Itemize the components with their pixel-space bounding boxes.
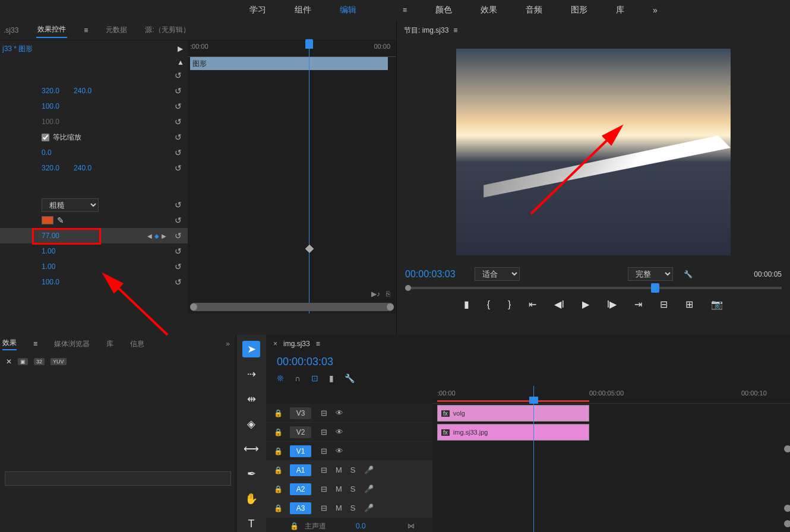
tab-metadata[interactable]: 元数据 [105, 23, 128, 37]
scrub-playhead[interactable] [651, 283, 659, 293]
toggle-output-icon[interactable]: ⊟ [321, 428, 327, 436]
preset-icon-32[interactable]: 32 [34, 358, 45, 365]
play-icon[interactable]: ▶ [582, 299, 589, 310]
tab-effects[interactable]: 效果 [481, 5, 497, 15]
toggle-visibility-icon[interactable]: 👁 [336, 446, 343, 455]
reset-icon[interactable]: ↺ [175, 277, 182, 287]
effects-dropzone[interactable] [5, 471, 231, 486]
toggle-output-icon[interactable]: ⊟ [321, 446, 327, 455]
lock-icon[interactable]: 🔒 [266, 428, 290, 436]
next-keyframe-icon[interactable]: ▶ [162, 233, 166, 239]
scale-value[interactable]: 100.0 [42, 102, 59, 110]
roughen-dropdown[interactable]: 粗糙 [42, 198, 99, 212]
mark-out-bracket-icon[interactable]: } [508, 299, 511, 310]
ripple-edit-tool[interactable]: ⇹ [242, 391, 260, 407]
marker-icon[interactable]: ▮ [329, 373, 334, 383]
track-a3-label[interactable]: A3 [290, 502, 311, 514]
tab-edit[interactable]: 编辑 [340, 5, 356, 15]
val-2[interactable]: 1.00 [42, 262, 55, 271]
program-menu-icon[interactable]: ≡ [453, 26, 457, 34]
anchor-y[interactable]: 240.0 [74, 164, 91, 172]
clear-search-icon[interactable]: ✕ [6, 357, 12, 366]
toggle-output-icon[interactable]: ⊟ [321, 504, 327, 512]
solo-icon[interactable]: S [350, 504, 356, 512]
lock-icon[interactable]: 🔒 [290, 522, 299, 530]
toggle-output-icon[interactable]: ⊟ [321, 466, 327, 474]
track-a1-label[interactable]: A1 [290, 464, 311, 476]
tab-color[interactable]: 颜色 [435, 5, 452, 15]
reset-icon[interactable]: ↺ [175, 231, 182, 240]
et-icon-2[interactable]: ⎘ [386, 290, 390, 298]
sequence-menu-icon[interactable]: ≡ [316, 340, 320, 348]
tab-effect-controls[interactable]: 效果控件 [36, 22, 67, 38]
eyedropper-icon[interactable]: ✎ [57, 216, 64, 225]
lock-icon[interactable]: 🔒 [266, 447, 290, 455]
quality-dropdown[interactable]: 完整 [628, 267, 673, 281]
settings-icon[interactable]: 🔧 [345, 373, 355, 383]
add-keyframe-icon[interactable]: ◆ [154, 233, 159, 239]
reset-icon[interactable]: ↺ [175, 102, 182, 111]
reset-icon[interactable]: ↺ [175, 216, 182, 225]
preset-icon-yuv[interactable]: YUV [50, 358, 67, 365]
mic-icon[interactable]: 🎤 [364, 484, 374, 493]
toggle-output-icon[interactable]: ⊟ [321, 408, 327, 417]
keyframe-marker[interactable] [305, 245, 314, 253]
toggle-output-icon[interactable]: ⊟ [321, 484, 327, 493]
hand-tool[interactable]: ✋ [242, 490, 260, 507]
color-swatch[interactable] [42, 216, 53, 224]
extract-icon[interactable]: ⊞ [685, 299, 693, 310]
preset-icon-1[interactable]: ▣ [18, 358, 28, 365]
reset-icon[interactable]: ↺ [175, 163, 182, 173]
zoom-handle[interactable] [784, 520, 790, 527]
tab-overflow[interactable]: » [226, 340, 230, 348]
lift-icon[interactable]: ⊟ [660, 299, 668, 310]
program-scrubber[interactable] [405, 287, 782, 289]
fit-dropdown[interactable]: 适合 [475, 267, 520, 281]
razor-tool[interactable]: ◈ [242, 416, 260, 432]
toggle-visibility-icon[interactable]: 👁 [336, 428, 343, 436]
tab-library-browser[interactable]: 库 [106, 339, 113, 349]
reset-icon[interactable]: ↺ [175, 148, 182, 157]
reset-icon[interactable]: ↺ [175, 117, 182, 126]
reset-icon[interactable]: ↺ [175, 132, 182, 142]
clip-v1[interactable]: fximg.sj33.jpg [437, 424, 589, 441]
solo-icon[interactable]: S [350, 466, 356, 474]
tab-assembly[interactable]: 组件 [295, 5, 311, 15]
pen-tool[interactable]: ✒ [242, 466, 260, 482]
reset-icon[interactable]: ↺ [175, 262, 182, 271]
mute-icon[interactable]: M [336, 504, 342, 512]
position-x[interactable]: 320.0 [42, 87, 59, 95]
track-v1-label[interactable]: V1 [290, 445, 311, 457]
step-back-icon[interactable]: ◀I [554, 299, 564, 310]
mute-icon[interactable]: M [336, 466, 342, 474]
highlighted-value[interactable]: 77.00 [42, 232, 59, 240]
position-y[interactable]: 240.0 [74, 87, 91, 95]
mark-in-bracket-icon[interactable]: { [487, 299, 490, 310]
tab-overflow[interactable]: » [653, 5, 658, 15]
tab-source[interactable]: 源:（无剪辑） [145, 25, 189, 35]
track-select-tool[interactable]: ⇢ [242, 366, 260, 382]
track-a2-label[interactable]: A2 [290, 483, 311, 495]
go-to-out-icon[interactable]: ⇥ [634, 299, 642, 310]
et-scrollbar[interactable] [190, 303, 394, 311]
tab-media-browser[interactable]: 媒体浏览器 [54, 339, 90, 349]
val-1[interactable]: 1.00 [42, 247, 55, 255]
tab-learn[interactable]: 学习 [249, 5, 266, 15]
uniform-scale-checkbox[interactable] [42, 134, 49, 141]
work-area-bar[interactable] [437, 400, 589, 402]
tab-info-browser[interactable]: 信息 [130, 339, 144, 349]
val-3[interactable]: 100.0 [42, 278, 59, 286]
export-frame-icon[interactable]: 📷 [711, 299, 723, 310]
et-playhead[interactable] [309, 40, 309, 314]
program-timecode[interactable]: 00:00:03:03 [405, 269, 456, 280]
expand-icon[interactable]: ⋈ [407, 522, 415, 530]
go-to-in-icon[interactable]: ⇤ [529, 299, 536, 310]
step-forward-icon[interactable]: I▶ [607, 299, 617, 310]
linked-selection-icon[interactable]: ⊡ [311, 373, 318, 383]
track-v3-label[interactable]: V3 [290, 407, 311, 419]
zoom-handle[interactable] [784, 505, 790, 512]
mark-in-icon[interactable]: ▮ [464, 299, 469, 310]
sequence-name[interactable]: img.sj33 [283, 340, 310, 348]
tab-graphics[interactable]: 图形 [571, 5, 587, 15]
lock-icon[interactable]: 🔒 [266, 485, 290, 493]
